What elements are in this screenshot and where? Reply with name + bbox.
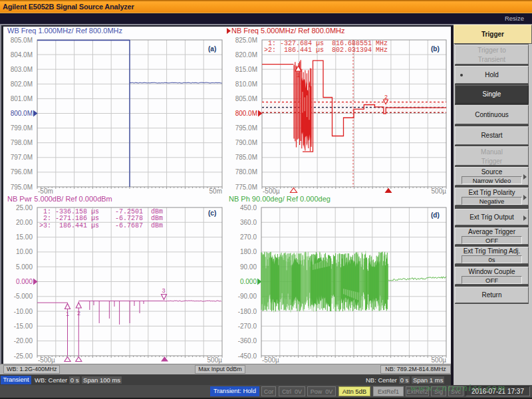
svg-text:1: 1 (297, 72, 300, 78)
svg-text:-360.0: -360.0 (238, 337, 257, 344)
svg-text:NB Pwr 5.000dB/ Ref 0.000dBm: NB Pwr 5.000dB/ Ref 0.000dBm (7, 195, 112, 203)
svg-text:785.0M: 785.0M (235, 154, 257, 161)
svg-text:NB Ph 90.00deg/ Ref 0.000deg: NB Ph 90.00deg/ Ref 0.000deg (229, 195, 331, 203)
svg-text:450.0: 450.0 (240, 204, 257, 211)
svg-text:180.0: 180.0 (240, 248, 257, 255)
svg-text:25.00: 25.00 (16, 204, 33, 211)
svg-text:0.000: 0.000 (240, 278, 257, 285)
svg-text:775.0M: 775.0M (235, 184, 257, 191)
svg-text:825.0M: 825.0M (235, 37, 257, 44)
svg-text:>2: 186.441 µs 802.031394 MH: >2: 186.441 µs 802.031394 MHz (264, 47, 388, 54)
svg-text:-25.00: -25.00 (14, 352, 33, 360)
svg-text:-180.0: -180.0 (238, 308, 257, 315)
svg-text:2: 2 (77, 310, 80, 317)
svg-text:-50m: -50m (38, 188, 53, 195)
svg-text:50m: 50m (209, 188, 222, 195)
svg-text:360.0: 360.0 (240, 219, 257, 226)
svg-text:801.0M: 801.0M (11, 95, 33, 102)
svg-text:-90.00: -90.00 (238, 293, 257, 300)
svg-text:(a): (a) (208, 45, 216, 53)
svg-text:810.0M: 810.0M (235, 80, 257, 88)
svg-text:-15.00: -15.00 (14, 323, 33, 330)
svg-text:803.0M: 803.0M (11, 66, 33, 73)
svg-text:815.0M: 815.0M (235, 66, 257, 73)
svg-text:10.00: 10.00 (16, 248, 33, 255)
svg-text:800.0M: 800.0M (11, 110, 33, 117)
svg-text:795.0M: 795.0M (235, 124, 257, 132)
svg-text:5.000: 5.000 (16, 263, 33, 271)
svg-text:NB Freq 5.000MHz/ Ref 800.0MHz: NB Freq 5.000MHz/ Ref 800.0MHz (231, 27, 345, 35)
svg-text:1: -336.158 µs -7.2501 dBm: 1: -336.158 µs -7.2501 dBm (39, 208, 163, 215)
svg-text:-270.0: -270.0 (238, 323, 257, 330)
svg-text:270.0: 270.0 (240, 233, 257, 241)
svg-text:820.0M: 820.0M (235, 51, 257, 59)
svg-text:805.0M: 805.0M (235, 95, 257, 102)
svg-text:780.0M: 780.0M (235, 168, 257, 176)
svg-text:798.0M: 798.0M (11, 139, 33, 146)
svg-text:804.0M: 804.0M (11, 51, 33, 59)
svg-text:795.0M: 795.0M (11, 184, 33, 191)
svg-text:0.000: 0.000 (16, 278, 33, 285)
svg-text:790.0M: 790.0M (235, 139, 257, 146)
svg-text:799.0M: 799.0M (11, 124, 33, 132)
svg-text:-10.00: -10.00 (14, 308, 33, 315)
svg-text:-500µ: -500µ (38, 356, 55, 364)
svg-text:797.0M: 797.0M (11, 154, 33, 161)
svg-text:3: 3 (162, 287, 166, 294)
svg-text:90.00: 90.00 (240, 263, 257, 271)
svg-text:-500µ: -500µ (263, 188, 280, 195)
svg-text:-500µ: -500µ (262, 356, 279, 364)
svg-text:500µ: 500µ (432, 356, 447, 364)
svg-text:805.0M: 805.0M (11, 37, 33, 44)
svg-text:>3: 186.441 µs -6.7687 dB: >3: 186.441 µs -6.7687 dBm (39, 222, 163, 229)
svg-text:(d): (d) (431, 211, 440, 219)
svg-text:1: 1 (66, 311, 69, 317)
svg-text:(c): (c) (208, 209, 216, 217)
svg-text:-20.00: -20.00 (14, 337, 33, 344)
svg-text:800.0M: 800.0M (235, 110, 257, 117)
svg-text:WB Freq 1.000MHz/ Ref 800.0MHz: WB Freq 1.000MHz/ Ref 800.0MHz (7, 27, 122, 35)
svg-text:2: -271.186 µs -6.7278 dBm: 2: -271.186 µs -6.7278 dBm (39, 215, 163, 222)
svg-text:500µ: 500µ (207, 356, 223, 364)
svg-text:(b): (b) (431, 45, 440, 53)
svg-text:2: 2 (384, 94, 388, 100)
svg-text:796.0M: 796.0M (11, 168, 33, 176)
svg-text:-450.0: -450.0 (238, 352, 257, 360)
svg-text:20.00: 20.00 (16, 219, 33, 226)
svg-text:500µ: 500µ (432, 188, 447, 195)
svg-text:15.00: 15.00 (16, 233, 33, 241)
svg-text:802.0M: 802.0M (11, 80, 33, 88)
svg-text:-5.000: -5.000 (14, 293, 33, 300)
